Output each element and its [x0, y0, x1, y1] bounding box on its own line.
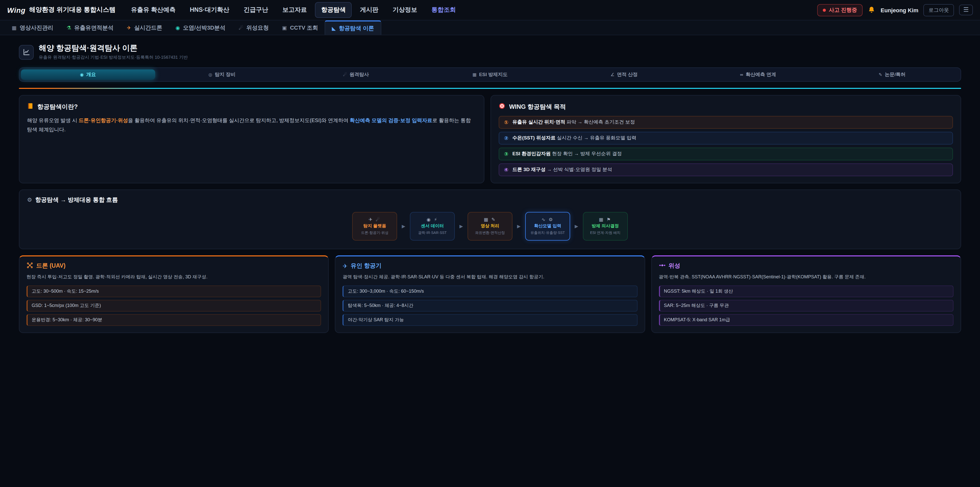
overview-icon: ◉	[80, 72, 84, 77]
drone-icon: ✈	[127, 25, 131, 30]
subtab-cctv[interactable]: ▣ CCTV 조회	[275, 21, 325, 35]
spec-row: 고도: 30~500m · 속도: 15~25m/s	[27, 286, 321, 297]
what-is-title: 항공탐색이란?	[37, 102, 78, 111]
hamburger-menu-button[interactable]: ☰	[959, 4, 973, 15]
flow-arrow-icon: ▶	[517, 224, 520, 229]
purpose-item-3: ③ ESI 환경민감자원 현장 확인 → 방제 우선순위 결정	[499, 148, 953, 160]
app-title: 해양환경 위기대응 통합시스템	[29, 6, 116, 14]
what-is-body: 해양 유류오염 발생 시 드론·유인항공기·위성을 활용하여 유출유의 위치·면…	[27, 116, 476, 134]
purpose-card: WING 항공탐색 목적 ① 유출유 실시간 위치·면적 파악 → 확산예측 초…	[491, 95, 961, 184]
drone-card-desc: 현장 즉시 투입·저고도 정밀 촬영. 광학·적외선 카메라 탑재, 실시간 영…	[27, 273, 321, 281]
status-dot-icon	[823, 8, 826, 11]
image-icon: ▦	[12, 25, 17, 30]
spec-row: GSD: 1~5cm/px (100m 고도 기준)	[27, 300, 321, 311]
app-logo[interactable]: Wing 해양환경 위기대응 통합시스템	[7, 6, 116, 14]
app-root: Wing 해양환경 위기대응 통합시스템 유출유 확산예측 HNS·대기확산 긴…	[0, 0, 980, 487]
flow-step-sensor-data: ◉ ⚡ 센서 데이터 광학·IR·SAR·SST	[410, 212, 455, 241]
nav-aerial-search[interactable]: 항공탐색	[315, 2, 352, 18]
notebook-icon	[27, 102, 34, 111]
aircraft-card-desc: 광역 탐색·장시간 체공. 광학·IR·SAR·SLAR·UV 등 다중 센서 …	[343, 273, 638, 281]
spec-row: 고도: 300~3,000m · 속도: 60~150m/s	[343, 286, 638, 297]
pill-papers-patents[interactable]: ✎ 논문/특허	[825, 69, 959, 80]
logout-button[interactable]: 로그아웃	[923, 4, 954, 16]
page-header: 해양 항공탐색·원격탐사 이론 유출유 원격탐지·항공감시 기법·ESI 방제정…	[19, 43, 961, 61]
platform-card-satellite: 위성 광역·반복 관측. SST(NOAA AVHRR·NGSST)·SAR(S…	[651, 255, 961, 333]
platform-icons: ✈ ☄	[369, 217, 381, 222]
subtab-aerial-theory[interactable]: ◣ 항공탐색 이론	[325, 21, 381, 35]
sub-nav: ▦ 영상사진관리 ⚗ 유출유면적분석 ✈ 실시간드론 ◉ 오염/선박3D분석 ☄…	[0, 21, 980, 35]
nav-reports[interactable]: 보고자료	[276, 2, 313, 18]
pill-detection-equipment[interactable]: ◎ 탐지 장비	[155, 69, 289, 80]
spec-row: KOMPSAT-5: X-band SAR 1m급	[659, 314, 953, 326]
spec-row: 탐색폭: 5~50km · 체공: 4~8시간	[343, 300, 638, 311]
area-analysis-icon: ⚗	[67, 25, 71, 30]
spec-row: NGSST: 5km 해상도 · 일 1회 생산	[659, 286, 953, 297]
flow-arrow-icon: ▶	[460, 224, 463, 229]
subtab-pollution-ship-3d[interactable]: ◉ 오염/선박3D분석	[169, 21, 232, 35]
gear-icon: ⚙	[27, 196, 32, 203]
top-nav: 유출유 확산예측 HNS·대기확산 긴급구난 보고자료 항공탐색 게시판 기상정…	[125, 2, 462, 18]
platform-card-aircraft: ✈ 유인 항공기 광역 탐색·장시간 체공. 광학·IR·SAR·SLAR·UV…	[335, 255, 645, 333]
cctv-icon: ▣	[282, 25, 287, 30]
flow-step-model-input: ∿ ⚙ 확산모델 입력 유출위치·유출량·SST	[525, 212, 570, 241]
purpose-item-4: ④ 드론 3D 재구성 → 선박 식별·오염원 정밀 분석	[499, 163, 953, 176]
area-calc-icon: ∠	[611, 72, 614, 77]
satellite-icon: ☄	[239, 25, 243, 30]
pill-area-calculation[interactable]: ∠ 면적 산정	[557, 69, 691, 80]
flow-step-response-decision: ▦ ⚑ 방제 의사결정 ESI 연계·자원 배치	[583, 212, 628, 241]
detection-equipment-icon: ◎	[208, 72, 212, 77]
logo-wing-mark: Wing	[7, 6, 25, 14]
sphere-3d-icon: ◉	[176, 25, 180, 30]
decision-icons: ▦ ⚑	[599, 217, 612, 222]
satellite-icon	[659, 262, 665, 270]
subtab-satellite-request[interactable]: ☄ 위성요청	[232, 21, 275, 35]
notification-bell-icon[interactable]	[868, 6, 876, 14]
subtab-realtime-drone[interactable]: ✈ 실시간드론	[120, 21, 169, 35]
subtab-image-management[interactable]: ▦ 영상사진관리	[5, 21, 60, 35]
incident-status-badge[interactable]: 사고 진행중	[817, 4, 863, 16]
purpose-title: WING 항공탐색 목적	[509, 102, 566, 111]
purpose-item-1: ① 유출유 실시간 위치·면적 파악 → 확산예측 초기조건 보정	[499, 116, 953, 129]
esi-map-icon: ▦	[473, 72, 476, 77]
prediction-link-icon: ∞	[740, 72, 743, 77]
nav-board[interactable]: 게시판	[354, 2, 384, 18]
hamburger-icon: ☰	[963, 6, 969, 13]
spec-row: 야간·악기상 SAR 탐지 가능	[343, 314, 638, 326]
page-subtitle: 유출유 원격탐지·항공감시 기법·ESI 방제정보지도·등록특허 10-1567…	[39, 55, 188, 61]
nav-hns-diffusion[interactable]: HNS·대기확산	[184, 2, 235, 18]
what-is-card: 항공탐색이란? 해양 유류오염 발생 시 드론·유인항공기·위성을 활용하여 유…	[19, 95, 485, 184]
sensor-icons: ◉ ⚡	[426, 217, 438, 222]
page-title: 해양 항공탐색·원격탐사 이론	[39, 43, 188, 53]
processing-icons: ▦ ✎	[484, 217, 496, 222]
gradient-divider	[19, 88, 961, 89]
flow-card: ⚙ 항공탐색 → 방제대응 통합 흐름 ✈ ☄ 탐지 플랫폼 드론·항공기·위성…	[19, 190, 961, 249]
flow-step-detection-platform: ✈ ☄ 탐지 플랫폼 드론·항공기·위성	[352, 212, 397, 241]
flow-step-image-processing: ▦ ✎ 영상 처리 좌표변환·면적산정	[468, 212, 512, 241]
model-input-icons: ∿ ⚙	[542, 217, 554, 222]
subtab-oil-area-analysis[interactable]: ⚗ 유출유면적분석	[60, 21, 120, 35]
purpose-item-2: ② 수온(SST) 위성자료 실시간 수신 → 유출유 풍화모델 입력	[499, 132, 953, 145]
platform-section: 드론 (UAV) 현장 즉시 투입·저고도 정밀 촬영. 광학·적외선 카메라 …	[19, 255, 961, 333]
drone-card-title: 드론 (UAV)	[36, 262, 65, 270]
pill-prediction-link[interactable]: ∞ 확산예측 연계	[691, 69, 825, 80]
theory-chart-icon: ◣	[332, 25, 336, 31]
drone-icon	[27, 262, 33, 270]
pill-esi-map[interactable]: ▦ ESI 방제지도	[423, 69, 557, 80]
nav-weather[interactable]: 기상정보	[387, 2, 423, 18]
section-tab-bar: ◉ 개요 ◎ 탐지 장비 ☄ 원격탐사 ▦ ESI 방제지도 ∠ 면적 산정 ∞…	[19, 67, 961, 82]
nav-oil-spill-prediction[interactable]: 유출유 확산예측	[125, 2, 182, 18]
aircraft-icon: ✈	[343, 262, 348, 270]
main-content: 해양 항공탐색·원격탐사 이론 유출유 원격탐지·항공감시 기법·ESI 방제정…	[0, 35, 980, 333]
satellite-card-title: 위성	[668, 262, 680, 270]
pill-overview[interactable]: ◉ 개요	[21, 69, 155, 80]
target-icon	[499, 102, 506, 111]
intro-section: 항공탐색이란? 해양 유류오염 발생 시 드론·유인항공기·위성을 활용하여 유…	[19, 95, 961, 184]
flow-title: 항공탐색 → 방제대응 통합 흐름	[35, 196, 118, 204]
nav-emergency-rescue[interactable]: 긴급구난	[237, 2, 274, 18]
papers-icon: ✎	[879, 72, 882, 77]
remote-sensing-icon: ☄	[343, 72, 347, 77]
nav-integrated-search[interactable]: 통합조회	[425, 2, 462, 18]
pill-remote-sensing[interactable]: ☄ 원격탐사	[289, 69, 423, 80]
aircraft-card-title: 유인 항공기	[351, 262, 382, 270]
flow-diagram: ✈ ☄ 탐지 플랫폼 드론·항공기·위성 ▶ ◉ ⚡ 센서 데이터 광학·IR·…	[27, 212, 953, 241]
